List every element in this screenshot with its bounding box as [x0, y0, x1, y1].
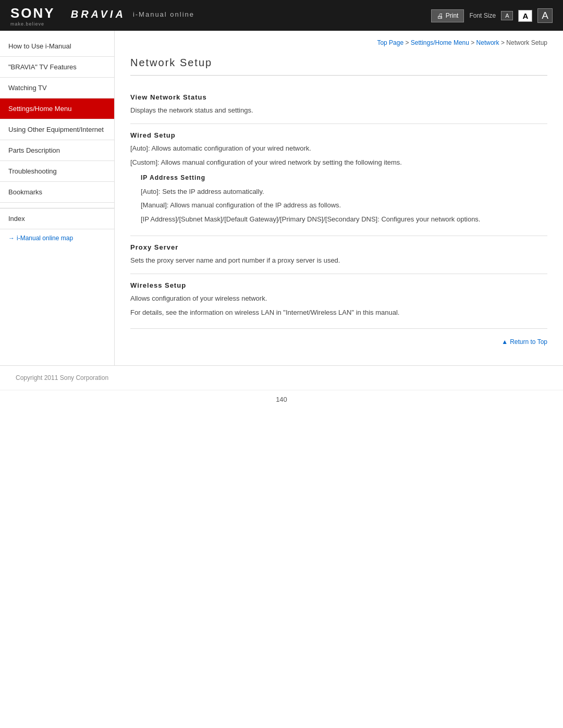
- copyright-text: Copyright 2011 Sony Corporation: [16, 374, 108, 381]
- bravia-logo: BRAVIA: [71, 8, 126, 20]
- page-title: Network Setup: [130, 57, 547, 76]
- page-number: 140: [276, 396, 287, 403]
- section-title-view-network-status: View Network Status: [130, 93, 547, 101]
- section-title-wired-setup: Wired Setup: [130, 131, 547, 139]
- sidebar-item-how-to-use[interactable]: How to Use i-Manual: [0, 36, 114, 57]
- wired-custom-line: [Custom]: Allows manual configuration of…: [130, 157, 547, 168]
- section-wired-setup: Wired Setup [Auto]: Allows automatic con…: [130, 124, 547, 236]
- return-to-top-label: Return to Top: [510, 338, 547, 346]
- section-title-wireless-setup: Wireless Setup: [130, 281, 547, 289]
- wireless-line-1: Allows configuration of your wireless ne…: [130, 293, 547, 304]
- font-small-button[interactable]: A: [501, 11, 513, 20]
- section-body-proxy-server: Sets the proxy server name and port numb…: [130, 255, 547, 266]
- subsection-title-ip-address: IP Address Setting: [141, 173, 547, 183]
- ip-manual-line: [Manual]: Allows manual configuration of…: [141, 200, 547, 211]
- breadcrumb-top-page[interactable]: Top Page: [377, 39, 403, 46]
- sidebar-item-index[interactable]: Index: [0, 208, 114, 229]
- section-title-proxy-server: Proxy Server: [130, 243, 547, 251]
- section-body-view-network-status: Displays the network status and settings…: [130, 105, 547, 116]
- section-view-network-status: View Network Status Displays the network…: [130, 86, 547, 124]
- breadcrumb-settings[interactable]: Settings/Home Menu: [411, 39, 469, 46]
- sidebar-item-settings-home-menu[interactable]: Settings/Home Menu: [0, 98, 114, 119]
- section-wireless-setup: Wireless Setup Allows configuration of y…: [130, 274, 547, 329]
- sidebar-item-troubleshooting[interactable]: Troubleshooting: [0, 161, 114, 182]
- font-large-button[interactable]: A: [537, 8, 553, 23]
- map-arrow-icon: →: [8, 235, 15, 242]
- sidebar-item-watching-tv[interactable]: Watching TV: [0, 78, 114, 98]
- return-to-top-container: ▲ Return to Top: [130, 329, 547, 350]
- wireless-line-2: For details, see the information on wire…: [130, 307, 547, 318]
- print-icon: 🖨: [437, 12, 444, 20]
- wired-auto-line: [Auto]: Allows automatic configuration o…: [130, 143, 547, 154]
- breadcrumb-network[interactable]: Network: [476, 39, 499, 46]
- return-to-top-link[interactable]: ▲ Return to Top: [501, 338, 547, 346]
- sony-logo: SONY: [10, 5, 55, 21]
- sidebar-item-bravia-features[interactable]: "BRAVIA" TV Features: [0, 57, 114, 78]
- ip-address-details-line: [IP Address]/[Subnet Mask]/[Default Gate…: [141, 214, 547, 225]
- breadcrumb: Top Page > Settings/Home Menu > Network …: [130, 39, 547, 46]
- font-medium-button[interactable]: A: [518, 10, 532, 22]
- print-button[interactable]: 🖨 Print: [431, 9, 464, 22]
- section-proxy-server: Proxy Server Sets the proxy server name …: [130, 236, 547, 274]
- return-to-top-icon: ▲: [501, 338, 508, 346]
- sidebar-item-parts-description[interactable]: Parts Description: [0, 140, 114, 161]
- sidebar-item-bookmarks[interactable]: Bookmarks: [0, 182, 114, 203]
- i-manual-text: i-Manual online: [133, 10, 194, 18]
- sidebar-map-link[interactable]: → i-Manual online map: [0, 229, 114, 247]
- ip-auto-line: [Auto]: Sets the IP address automaticall…: [141, 187, 547, 198]
- breadcrumb-current: Network Setup: [506, 39, 547, 46]
- font-size-label: Font Size: [469, 12, 496, 19]
- sidebar-item-using-other-equipment[interactable]: Using Other Equipment/Internet: [0, 119, 114, 140]
- make-believe-tagline: make.believe: [10, 21, 55, 27]
